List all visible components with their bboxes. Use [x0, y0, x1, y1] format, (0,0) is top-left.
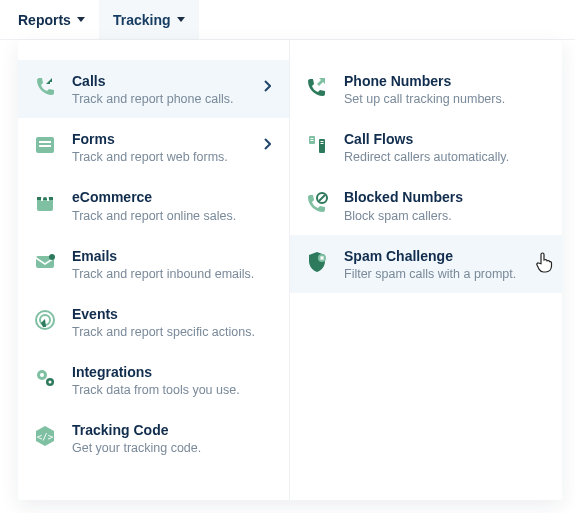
menu-item-spam-challenge[interactable]: Spam ChallengeFilter spam calls with a p…	[290, 235, 562, 293]
nav-tracking-label: Tracking	[113, 12, 171, 28]
menu-item-calls[interactable]: CallsTrack and report phone calls.	[18, 60, 289, 118]
menu-item-title: Forms	[72, 130, 255, 148]
nav-reports-label: Reports	[18, 12, 71, 28]
menu-item-title: eCommerce	[72, 188, 271, 206]
menu-item-events[interactable]: EventsTrack and report specific actions.	[18, 293, 289, 351]
mail-icon	[32, 249, 58, 275]
menu-item-ecommerce[interactable]: eCommerceTrack and report online sales.	[18, 176, 289, 234]
code-icon: </>	[32, 423, 58, 449]
shield-icon	[304, 249, 330, 275]
svg-point-9	[40, 373, 44, 377]
menu-item-subtitle: Track and report web forms.	[72, 150, 255, 164]
menu-item-subtitle: Track and report phone calls.	[72, 92, 255, 106]
menu-item-title: Call Flows	[344, 130, 544, 148]
block-icon	[304, 190, 330, 216]
form-icon	[32, 132, 58, 158]
menu-item-subtitle: Track data from tools you use.	[72, 383, 271, 397]
menu-item-title: Phone Numbers	[344, 72, 544, 90]
menu-item-title: Emails	[72, 247, 271, 265]
svg-point-11	[49, 380, 52, 383]
svg-line-20	[319, 195, 325, 201]
svg-rect-17	[321, 141, 324, 142]
phone-icon	[304, 74, 330, 100]
chevron-right-icon	[263, 136, 271, 154]
menu-item-subtitle: Track and report specific actions.	[72, 325, 271, 339]
svg-rect-18	[321, 143, 324, 144]
phone-in-icon	[32, 74, 58, 100]
menu-item-subtitle: Get your tracking code.	[72, 441, 271, 455]
svg-rect-16	[311, 140, 314, 141]
menu-item-subtitle: Block spam callers.	[344, 209, 544, 223]
chevron-right-icon	[263, 78, 271, 96]
svg-point-5	[49, 254, 55, 260]
menu-item-call-flows[interactable]: Call FlowsRedirect callers automatically…	[290, 118, 562, 176]
menu-item-emails[interactable]: EmailsTrack and report inbound emails.	[18, 235, 289, 293]
menu-item-phone-numbers[interactable]: Phone NumbersSet up call tracking number…	[290, 60, 562, 118]
flow-icon	[304, 132, 330, 158]
svg-rect-2	[39, 145, 51, 147]
menu-item-subtitle: Set up call tracking numbers.	[344, 92, 544, 106]
menu-item-title: Integrations	[72, 363, 271, 381]
nav-tracking[interactable]: Tracking	[99, 0, 199, 39]
menu-item-title: Blocked Numbers	[344, 188, 544, 206]
gears-icon	[32, 365, 58, 391]
menu-item-subtitle: Redirect callers automatically.	[344, 150, 544, 164]
menu-item-blocked-numbers[interactable]: Blocked NumbersBlock spam callers.	[290, 176, 562, 234]
svg-rect-1	[39, 141, 51, 143]
touch-icon	[32, 307, 58, 333]
tracking-dropdown: CallsTrack and report phone calls.FormsT…	[18, 40, 562, 500]
svg-rect-15	[311, 138, 314, 139]
menu-item-title: Calls	[72, 72, 255, 90]
menu-item-subtitle: Filter spam calls with a prompt.	[344, 267, 544, 281]
menu-item-subtitle: Track and report online sales.	[72, 209, 271, 223]
menu-item-title: Spam Challenge	[344, 247, 544, 265]
menu-item-integrations[interactable]: IntegrationsTrack data from tools you us…	[18, 351, 289, 409]
menu-item-subtitle: Track and report inbound emails.	[72, 267, 271, 281]
menu-item-title: Tracking Code	[72, 421, 271, 439]
tracking-menu-left: CallsTrack and report phone calls.FormsT…	[18, 40, 290, 500]
chevron-down-icon	[177, 17, 185, 22]
pointer-cursor-icon	[534, 251, 554, 277]
cart-icon	[32, 190, 58, 216]
svg-text:</>: </>	[37, 432, 54, 442]
menu-item-forms[interactable]: FormsTrack and report web forms.	[18, 118, 289, 176]
tracking-menu-right: Phone NumbersSet up call tracking number…	[290, 40, 562, 500]
menu-item-title: Events	[72, 305, 271, 323]
menu-item-tracking-code[interactable]: </>Tracking CodeGet your tracking code.	[18, 409, 289, 467]
chevron-down-icon	[77, 17, 85, 22]
nav-reports[interactable]: Reports	[4, 0, 99, 39]
